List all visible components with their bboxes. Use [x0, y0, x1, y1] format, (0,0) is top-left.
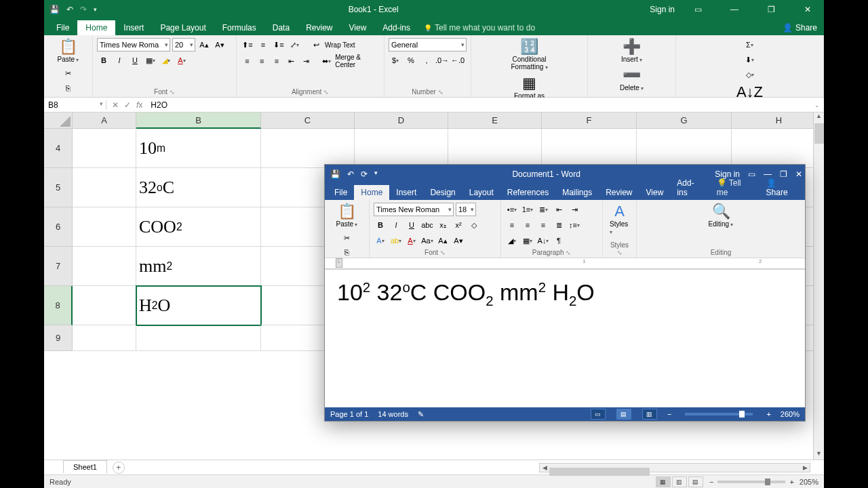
row-header[interactable]: 5: [44, 168, 73, 207]
align-center-icon[interactable]: ≡: [256, 54, 269, 68]
fill-color-button[interactable]: ◢: [159, 54, 173, 67]
cell[interactable]: COO2: [136, 207, 261, 247]
font-color-button[interactable]: A: [175, 54, 189, 67]
word-underline-button[interactable]: U: [405, 218, 418, 232]
word-tab-references[interactable]: References: [500, 185, 555, 200]
word-justify-icon[interactable]: ≣: [552, 218, 566, 232]
cell[interactable]: [73, 129, 136, 168]
word-cut-icon[interactable]: ✂: [340, 231, 354, 245]
word-change-case-icon[interactable]: Aa: [420, 234, 434, 247]
scroll-left-icon[interactable]: ◀: [540, 464, 549, 471]
tab-view[interactable]: View: [341, 20, 375, 35]
column-header[interactable]: F: [542, 113, 637, 129]
word-bold-button[interactable]: B: [374, 218, 387, 232]
zoom-level[interactable]: 205%: [800, 478, 818, 486]
fill-icon[interactable]: ⬇: [743, 53, 757, 66]
word-tab-review[interactable]: Review: [599, 185, 639, 200]
enter-formula-icon[interactable]: ✓: [124, 100, 131, 110]
merge-center-button[interactable]: ⬌: [320, 54, 333, 68]
word-align-left-icon[interactable]: ≡: [505, 218, 519, 232]
word-decrease-indent-icon[interactable]: ⇤: [552, 203, 566, 216]
word-tab-file[interactable]: File: [328, 185, 354, 200]
row-header[interactable]: 9: [44, 325, 73, 351]
cell[interactable]: [448, 129, 542, 168]
column-header[interactable]: D: [355, 113, 448, 129]
page-break-view-icon[interactable]: ▤: [688, 476, 703, 487]
tab-home[interactable]: Home: [77, 20, 115, 35]
decrease-decimal-icon[interactable]: ←.0: [451, 54, 465, 67]
word-page-status[interactable]: Page 1 of 1: [330, 410, 368, 418]
page-layout-view-icon[interactable]: ▥: [672, 476, 687, 487]
restore-icon[interactable]: ❐: [757, 0, 785, 19]
increase-indent-icon[interactable]: ⇥: [300, 54, 313, 68]
word-tab-home[interactable]: Home: [354, 185, 389, 200]
row-header[interactable]: 8: [44, 286, 73, 325]
signin-link[interactable]: Sign in: [650, 5, 675, 14]
new-sheet-button[interactable]: +: [113, 462, 125, 474]
increase-decimal-icon[interactable]: .0→: [435, 54, 449, 67]
word-tab-insert[interactable]: Insert: [389, 185, 423, 200]
cell[interactable]: [73, 247, 136, 286]
delete-cells-button[interactable]: ➖Delete: [617, 66, 646, 93]
word-highlight-icon[interactable]: ab: [389, 234, 403, 247]
word-paste-button[interactable]: 📋Paste: [334, 203, 361, 229]
vertical-scrollbar[interactable]: ▲ ▼: [813, 113, 824, 460]
word-web-layout-icon[interactable]: ▥: [642, 409, 657, 420]
align-middle-icon[interactable]: ≡: [256, 38, 270, 52]
qat-dropdown-icon[interactable]: ▾: [94, 6, 97, 13]
bold-button[interactable]: B: [97, 54, 111, 67]
increase-font-icon[interactable]: A▴: [197, 38, 211, 52]
word-numbering-icon[interactable]: 1≡: [521, 203, 534, 216]
scroll-down-icon[interactable]: ▼: [814, 450, 824, 460]
copy-icon[interactable]: ⎘: [62, 81, 75, 95]
tab-page-layout[interactable]: Page Layout: [152, 20, 214, 35]
tab-data[interactable]: Data: [264, 20, 298, 35]
word-zoom-out-icon[interactable]: −: [667, 410, 671, 418]
word-read-mode-icon[interactable]: ▭: [591, 409, 606, 420]
cell[interactable]: [637, 129, 732, 168]
wrap-text-button[interactable]: ↩: [309, 38, 323, 52]
word-tab-view[interactable]: View: [639, 185, 671, 200]
font-size-combo[interactable]: 20: [172, 38, 195, 52]
cell[interactable]: [136, 325, 261, 351]
cell[interactable]: [261, 129, 355, 168]
normal-view-icon[interactable]: ▦: [656, 476, 671, 487]
undo-icon[interactable]: ↶: [66, 5, 73, 14]
word-proofing-icon[interactable]: ✎: [418, 410, 424, 419]
word-repeat-icon[interactable]: ⟳: [361, 169, 368, 179]
word-strikethrough-button[interactable]: abc: [420, 218, 434, 232]
word-tab-design[interactable]: Design: [423, 185, 462, 200]
cell[interactable]: H2O: [136, 286, 261, 325]
word-font-name-combo[interactable]: Times New Roman: [374, 203, 454, 216]
column-header[interactable]: A: [73, 113, 136, 129]
font-launcher-icon[interactable]: ⤡: [170, 89, 175, 96]
redo-icon[interactable]: ↷: [80, 5, 87, 14]
column-header[interactable]: C: [261, 113, 355, 129]
align-left-icon[interactable]: ≡: [241, 54, 254, 68]
word-multilevel-icon[interactable]: ≣: [536, 203, 550, 216]
word-word-count[interactable]: 14 words: [378, 410, 408, 418]
word-tab-addins[interactable]: Add-ins: [670, 176, 709, 200]
clear-icon[interactable]: ◇: [743, 68, 757, 81]
word-shading-icon[interactable]: ◢: [505, 234, 519, 247]
word-align-right-icon[interactable]: ≡: [536, 218, 550, 232]
align-top-icon[interactable]: ⬆≡: [241, 38, 254, 52]
decrease-font-icon[interactable]: A▾: [213, 38, 226, 52]
word-document-body[interactable]: 102 32oC COO2 mm2 H2O: [325, 269, 805, 407]
word-sort-icon[interactable]: A↓: [536, 234, 550, 247]
italic-button[interactable]: I: [113, 54, 126, 67]
cell[interactable]: 10m: [136, 129, 261, 168]
word-undo-icon[interactable]: ↶: [347, 169, 354, 179]
word-clear-formatting-icon[interactable]: ◇: [467, 218, 481, 232]
select-all-corner[interactable]: [44, 113, 73, 129]
scroll-right-icon[interactable]: ▶: [800, 464, 810, 471]
align-bottom-icon[interactable]: ⬇≡: [272, 38, 285, 52]
font-name-combo[interactable]: Times New Roma: [97, 38, 170, 52]
word-subscript-button[interactable]: x₂: [436, 218, 450, 232]
word-grow-font-icon[interactable]: A▴: [436, 234, 450, 247]
word-print-layout-icon[interactable]: ▤: [616, 409, 631, 420]
comma-format-icon[interactable]: ,: [420, 54, 433, 67]
ribbon-display-icon[interactable]: ▭: [684, 0, 711, 19]
save-icon[interactable]: 💾: [50, 5, 60, 14]
alignment-launcher-icon[interactable]: ⤡: [323, 89, 329, 96]
